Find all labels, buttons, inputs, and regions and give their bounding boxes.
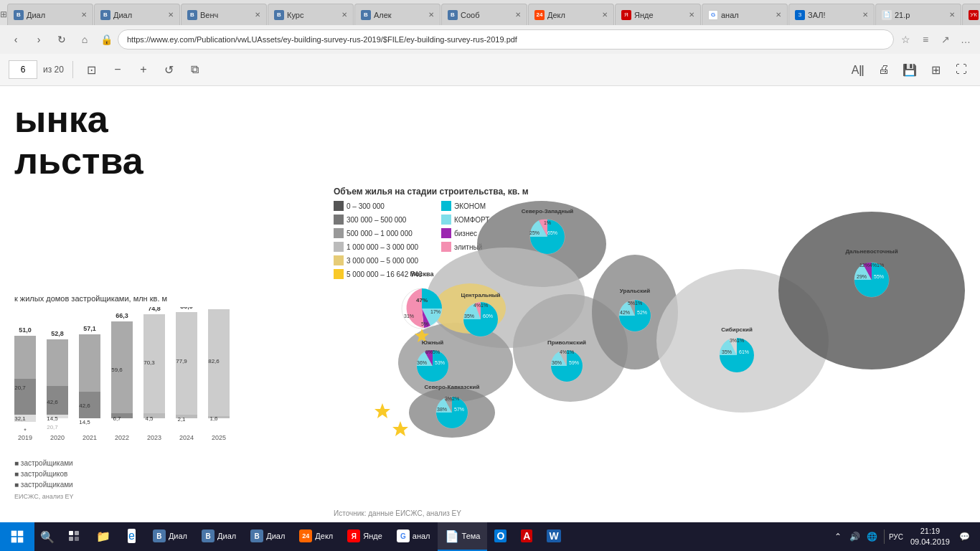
tab-1[interactable]: В Диал ✕ (7, 4, 93, 25)
tab-3[interactable]: В Венч ✕ (181, 4, 267, 25)
fullscreen-button[interactable]: ⛶ (951, 60, 971, 80)
tabs-bar: ⊞ В Диал ✕ В Диал ✕ В Венч ✕ В Курс ✕ В … (0, 0, 980, 25)
svg-text:36%: 36% (417, 360, 427, 365)
browser-window: ⊞ В Диал ✕ В Диал ✕ В Венч ✕ В Курс ✕ В … (0, 0, 980, 522)
tab-close-3[interactable]: ✕ (250, 11, 260, 19)
tab-close-11[interactable]: ✕ (945, 11, 955, 19)
svg-text:65%: 65% (547, 230, 557, 235)
page-title-line1: ынка (14, 100, 108, 138)
taskbar-app-browser[interactable]: e (121, 522, 146, 551)
tab-7[interactable]: 24 Декл ✕ (528, 4, 614, 25)
zoom-in-button[interactable]: + (133, 60, 154, 80)
tab-close-8[interactable]: ✕ (684, 11, 694, 19)
svg-text:35%: 35% (722, 349, 732, 354)
taskbar-app-pdf[interactable]: 📄 Тема (438, 522, 488, 551)
tab-close-10[interactable]: ✕ (858, 11, 868, 19)
clock[interactable]: 21:19 09.04.2019 (905, 526, 956, 548)
text-select-button[interactable]: Aǁ (848, 60, 868, 80)
home-button[interactable]: ⌂ (75, 29, 95, 50)
svg-text:31%: 31% (404, 314, 414, 319)
tab-8[interactable]: Я Янде ✕ (615, 4, 701, 25)
network-icon[interactable]: 🌐 (864, 522, 881, 551)
svg-rect-107 (18, 537, 24, 543)
tab-close-1[interactable]: ✕ (77, 11, 87, 19)
taskbar-app-vk3[interactable]: В Диал (243, 522, 292, 551)
tab-close-6[interactable]: ✕ (511, 11, 521, 19)
svg-text:14,5: 14,5 (47, 415, 58, 422)
more-icon[interactable]: … (957, 31, 974, 48)
taskbar-app-24[interactable]: 24 Декл (292, 522, 340, 551)
zoom-out-button[interactable]: − (108, 60, 128, 80)
svg-text:36%: 36% (552, 360, 562, 365)
rotate-button[interactable]: ↺ (159, 60, 179, 80)
svg-text:4%1%: 4%1% (560, 349, 574, 354)
taskbar-app-adobe[interactable]: A (514, 522, 540, 551)
page-title-line2: льства (14, 142, 143, 179)
svg-text:2021: 2021 (83, 434, 97, 441)
svg-text:2023: 2023 (147, 434, 161, 441)
svg-text:2019: 2019 (18, 434, 32, 441)
tab-close-7[interactable]: ✕ (598, 11, 608, 19)
tab-close-9[interactable]: ✕ (771, 11, 781, 19)
svg-rect-110 (69, 537, 73, 541)
tab-9[interactable]: G анал ✕ (702, 4, 788, 25)
svg-text:1,6: 1,6 (209, 415, 218, 422)
taskbar-app-word[interactable]: W (540, 522, 567, 551)
page-number-input[interactable] (9, 60, 37, 79)
task-view-button[interactable] (60, 522, 89, 551)
svg-text:42,6: 42,6 (79, 402, 90, 409)
tab-11[interactable]: 📄 21.р ✕ (875, 4, 961, 25)
svg-rect-34 (176, 312, 197, 418)
svg-text:61%: 61% (739, 349, 749, 354)
tab-close-2[interactable]: ✕ (164, 11, 174, 19)
tab-6[interactable]: В Сооб ✕ (441, 4, 527, 25)
taskbar-app-ya[interactable]: Я Янде (340, 522, 390, 551)
ime-icon[interactable]: РУС (887, 522, 905, 551)
tab-2[interactable]: В Диал ✕ (94, 4, 180, 25)
refresh-button[interactable]: ↻ (52, 29, 72, 50)
svg-text:2024: 2024 (179, 434, 194, 441)
chart-legend: ■ застройщиками ■ застройщиков ■ застрой… (14, 458, 287, 490)
taskbar-app-explorer[interactable]: 📁 (89, 522, 121, 551)
speaker-icon[interactable]: 🔊 (847, 522, 864, 551)
taskbar-app-outlook[interactable]: O (487, 522, 514, 551)
reader-icon[interactable]: ≡ (917, 31, 934, 48)
taskbar-app-g[interactable]: G анал (390, 522, 438, 551)
taskbar-app-vk1[interactable]: В Диал (146, 522, 194, 551)
taskbar-app-vk2[interactable]: В Диал (194, 522, 243, 551)
bar-chart-svg: 51,0 20,7 32,1 * 2019 52,8 42,6 14,5 20,… (14, 307, 280, 451)
print-button[interactable]: 🖨 (874, 60, 894, 80)
system-tray: ⌃ 🔊 🌐 РУС 21:19 09.04.2019 💬 (822, 522, 980, 551)
svg-text:Южный: Южный (422, 339, 444, 346)
svg-text:2025: 2025 (212, 434, 226, 441)
save-button[interactable]: 💾 (900, 60, 920, 80)
tab-12[interactable]: УК УК « ✕ (962, 4, 980, 25)
more-tools-button[interactable]: ⊞ (925, 60, 946, 80)
back-button[interactable]: ‹ (6, 29, 26, 50)
svg-text:2,1: 2,1 (177, 416, 186, 423)
share-icon[interactable]: ↗ (937, 31, 954, 48)
start-button[interactable] (0, 522, 34, 551)
tab-4[interactable]: В Курс ✕ (268, 4, 354, 25)
favorites-icon[interactable]: ☆ (897, 31, 914, 48)
tab-close-4[interactable]: ✕ (337, 11, 347, 19)
tab-close-5[interactable]: ✕ (424, 11, 434, 19)
address-input[interactable] (118, 29, 894, 50)
svg-text:8%5%: 8%5% (425, 349, 440, 354)
svg-text:35%: 35% (464, 314, 474, 319)
notification-icon[interactable]: 💬 (956, 522, 973, 551)
tab-5[interactable]: В Алек ✕ (354, 4, 440, 25)
svg-text:57%: 57% (454, 407, 464, 412)
fit-page-button[interactable]: ⊡ (82, 60, 102, 80)
tab-10[interactable]: З ЗАЛ! ✕ (788, 4, 875, 25)
svg-text:60%: 60% (483, 314, 493, 319)
russia-map-svg: 47% 17% 5% 31% Москва 65% 25% 1% Северо-… (326, 197, 976, 506)
svg-text:1%: 1% (544, 220, 551, 225)
bar-chart-section: к жилых домов застройщиками, млн кв. м 5… (14, 294, 287, 500)
taskbar-search[interactable]: 🔍 (34, 522, 60, 551)
full-screen-button[interactable]: ⧉ (185, 60, 205, 80)
forward-button[interactable]: › (29, 29, 49, 50)
chart-title: к жилых домов застройщиками, млн кв. м (14, 294, 287, 303)
svg-text:Сибирский: Сибирский (721, 326, 753, 333)
network-up-icon[interactable]: ⌃ (829, 522, 847, 551)
